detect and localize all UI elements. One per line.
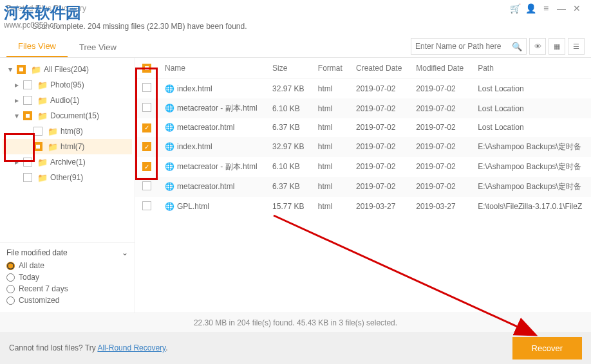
sidebar: ▾ 📁 All Files(204)▸ 📁 Photo(95)▸ 📁 Audio… bbox=[0, 58, 135, 313]
row-checkbox[interactable] bbox=[142, 83, 151, 92]
sidebar-item-label: Photo(95) bbox=[50, 80, 84, 89]
sidebar-item[interactable]: ▸ 📁 Photo(95) bbox=[3, 77, 132, 93]
expander-icon[interactable]: ▸ bbox=[13, 80, 21, 89]
table-row[interactable]: ✓ 🌐metacreator.html 6.37 KB html 2019-07… bbox=[135, 118, 591, 137]
cell-created: 2019-07-02 bbox=[350, 157, 409, 177]
cell-modified: 2019-07-02 bbox=[409, 157, 471, 177]
cell-format: html bbox=[312, 197, 350, 217]
sidebar-item[interactable]: ▾ 📁 All Files(204) bbox=[3, 62, 132, 77]
row-checkbox[interactable] bbox=[142, 103, 151, 112]
expander-icon[interactable]: ▾ bbox=[13, 111, 21, 120]
folder-checkbox[interactable] bbox=[33, 142, 42, 151]
filter-option[interactable]: Today bbox=[6, 273, 128, 282]
sidebar-item[interactable]: ▸ 📁 Archive(1) bbox=[3, 154, 132, 170]
folder-checkbox[interactable] bbox=[33, 127, 42, 136]
file-icon: 🌐 bbox=[165, 84, 174, 93]
col-format[interactable]: Format bbox=[312, 58, 350, 78]
file-icon: 🌐 bbox=[165, 162, 174, 171]
filter-option[interactable]: Customized bbox=[6, 296, 128, 305]
grid-view-button[interactable]: ▦ bbox=[549, 38, 565, 55]
window-title: Deleted Files Recovery bbox=[6, 4, 86, 13]
row-checkbox[interactable]: ✓ bbox=[142, 123, 151, 132]
col-created[interactable]: Created Date bbox=[350, 58, 409, 78]
table-row[interactable]: 🌐index.html 32.97 KB html 2019-07-02 201… bbox=[135, 78, 591, 99]
table-row[interactable]: 🌐GPL.html 15.77 KB html 2019-03-27 2019-… bbox=[135, 197, 591, 217]
radio-input[interactable] bbox=[6, 296, 15, 305]
col-size[interactable]: Size bbox=[266, 58, 312, 78]
col-path[interactable]: Path bbox=[471, 58, 591, 78]
expander-icon[interactable]: ▸ bbox=[13, 158, 21, 167]
sidebar-item[interactable]: ▸ 📁 Audio(1) bbox=[3, 93, 132, 108]
folder-checkbox[interactable] bbox=[23, 158, 32, 167]
radio-input[interactable] bbox=[6, 262, 15, 270]
chevron-down-icon[interactable]: ⌄ bbox=[122, 248, 128, 257]
radio-input[interactable] bbox=[6, 285, 15, 293]
cell-size: 6.37 KB bbox=[266, 118, 312, 137]
table-row[interactable]: 🌐metacreator - 副本.html 6.10 KB html 2019… bbox=[135, 98, 591, 118]
search-box[interactable]: 🔍 bbox=[411, 38, 527, 55]
recover-button[interactable]: Recover bbox=[512, 337, 582, 359]
cell-size: 32.97 KB bbox=[266, 78, 312, 99]
table-row[interactable]: ✓ 🌐metacreator - 副本.html 6.10 KB html 20… bbox=[135, 157, 591, 177]
tab-tree-view[interactable]: Tree View bbox=[68, 37, 128, 57]
col-modified[interactable]: Modified Date bbox=[409, 58, 471, 78]
folder-icon: 📁 bbox=[37, 111, 48, 121]
sidebar-item-label: html(7) bbox=[61, 142, 84, 151]
sidebar-item[interactable]: 📁 Other(91) bbox=[3, 170, 132, 185]
radio-input[interactable] bbox=[6, 273, 15, 282]
cell-size: 6.10 KB bbox=[266, 157, 312, 177]
folder-checkbox[interactable] bbox=[23, 173, 32, 182]
filter-option[interactable]: All date bbox=[6, 261, 128, 270]
expander-icon[interactable]: ▸ bbox=[13, 96, 21, 105]
cell-path: E:\Ashampoo Backups\定时备 bbox=[471, 157, 591, 177]
file-list: Name Size Format Created Date Modified D… bbox=[135, 58, 591, 313]
select-all-checkbox[interactable] bbox=[142, 64, 151, 73]
cell-modified: 2019-07-02 bbox=[409, 137, 471, 157]
search-input[interactable] bbox=[415, 42, 512, 51]
col-name[interactable]: Name bbox=[158, 58, 266, 78]
cell-modified: 2019-07-02 bbox=[409, 78, 471, 99]
cell-format: html bbox=[312, 177, 350, 197]
cell-modified: 2019-07-02 bbox=[409, 98, 471, 118]
sidebar-item-label: Other(91) bbox=[50, 173, 83, 182]
cell-size: 6.10 KB bbox=[266, 98, 312, 118]
filter-option[interactable]: Recent 7 days bbox=[6, 284, 128, 293]
tab-files-view[interactable]: Files View bbox=[6, 36, 68, 57]
sidebar-item[interactable]: ▾ 📁 Document(15) bbox=[3, 108, 132, 123]
cell-created: 2019-07-02 bbox=[350, 137, 409, 157]
expander-icon[interactable]: ▾ bbox=[6, 65, 14, 74]
table-row[interactable]: 🌐metacreator.html 6.37 KB html 2019-07-0… bbox=[135, 177, 591, 197]
row-checkbox[interactable] bbox=[142, 181, 151, 190]
folder-checkbox[interactable] bbox=[23, 111, 32, 120]
filter-header: File modified date ⌄ bbox=[6, 248, 128, 257]
preview-toggle[interactable]: 👁 bbox=[529, 38, 546, 55]
sidebar-item-label: htm(8) bbox=[61, 127, 83, 136]
folder-tree: ▾ 📁 All Files(204)▸ 📁 Photo(95)▸ 📁 Audio… bbox=[0, 58, 135, 242]
row-checkbox[interactable]: ✓ bbox=[142, 142, 151, 151]
folder-checkbox[interactable] bbox=[23, 96, 32, 105]
cell-created: 2019-07-02 bbox=[350, 118, 409, 137]
cell-size: 15.77 KB bbox=[266, 197, 312, 217]
cart-icon[interactable]: 🛒 bbox=[507, 1, 523, 16]
file-icon: 🌐 bbox=[165, 104, 174, 113]
cell-size: 6.37 KB bbox=[266, 177, 312, 197]
sidebar-item[interactable]: 📁 html(7) bbox=[3, 139, 132, 154]
user-icon[interactable]: 👤 bbox=[523, 1, 538, 16]
list-view-button[interactable]: ☰ bbox=[568, 38, 585, 55]
row-checkbox[interactable] bbox=[142, 201, 151, 210]
cell-modified: 2019-07-02 bbox=[409, 118, 471, 137]
footer-hint: Cannot find lost files? Try All-Round Re… bbox=[9, 343, 168, 352]
folder-checkbox[interactable] bbox=[17, 65, 26, 74]
cell-created: 2019-07-02 bbox=[350, 78, 409, 99]
row-checkbox[interactable]: ✓ bbox=[142, 162, 151, 171]
folder-checkbox[interactable] bbox=[23, 80, 32, 89]
cell-name: 🌐metacreator - 副本.html bbox=[158, 157, 266, 177]
all-round-recovery-link[interactable]: All-Round Recovery bbox=[97, 343, 165, 352]
minimize-icon[interactable]: — bbox=[554, 1, 569, 16]
table-row[interactable]: ✓ 🌐index.html 32.97 KB html 2019-07-02 2… bbox=[135, 137, 591, 157]
menu-icon[interactable]: ≡ bbox=[538, 1, 554, 16]
search-icon[interactable]: 🔍 bbox=[512, 42, 522, 51]
file-icon: 🌐 bbox=[165, 202, 174, 211]
close-icon[interactable]: ✕ bbox=[569, 1, 585, 16]
sidebar-item[interactable]: 📁 htm(8) bbox=[3, 123, 132, 139]
